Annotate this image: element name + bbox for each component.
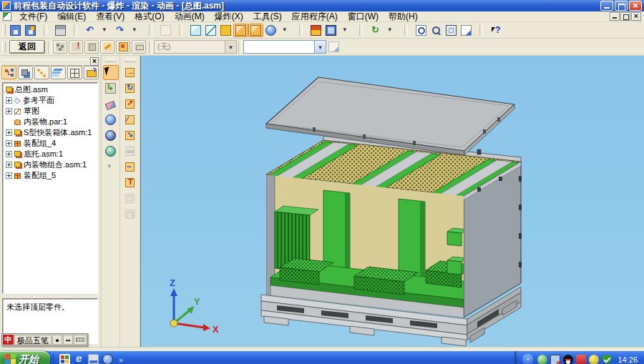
joint-icon[interactable] (122, 144, 138, 159)
animation-select[interactable] (243, 40, 326, 54)
explode-config-select[interactable]: (无) (154, 40, 237, 54)
window-tool2-icon[interactable] (122, 207, 138, 222)
security-center-icon[interactable] (576, 355, 586, 364)
links-tab[interactable] (34, 66, 49, 79)
redo-dropdown-caret[interactable] (128, 24, 143, 37)
context-help-icon[interactable] (489, 24, 504, 37)
restore-button[interactable] (615, 1, 628, 11)
ime-keyboard-icon[interactable] (74, 335, 87, 345)
layers-tab[interactable] (51, 66, 66, 79)
animation-mode-icon[interactable] (263, 24, 278, 37)
offset-part-icon[interactable] (122, 97, 138, 112)
draw-path-icon[interactable] (122, 112, 138, 127)
expand-icon[interactable] (6, 119, 12, 125)
antivirus-shield-icon[interactable] (602, 355, 612, 364)
annotate-icon[interactable] (122, 175, 138, 190)
copies-tab[interactable] (18, 66, 33, 79)
menu-item[interactable]: 查看(V) (91, 11, 130, 22)
qq-icon[interactable] (563, 355, 573, 364)
close-button[interactable] (629, 1, 642, 11)
expand-icon[interactable] (6, 108, 12, 114)
toolbar-grip[interactable] (2, 24, 6, 36)
tree-item[interactable]: 参考平面 (6, 95, 97, 106)
expand-icon[interactable] (6, 140, 12, 147)
updater-icon[interactable] (589, 355, 599, 364)
menu-item[interactable]: 工具(S) (248, 11, 287, 22)
undo-icon[interactable] (83, 24, 98, 37)
ime-name[interactable]: 极品五笔 (14, 335, 52, 345)
menu-item[interactable]: 帮助(H) (384, 11, 423, 22)
explode-settings-icon[interactable] (132, 40, 146, 54)
collapse-parts-icon[interactable] (84, 40, 99, 54)
tree-tab[interactable] (1, 66, 16, 79)
tree-item[interactable]: 内装物组合.asm:1 (6, 159, 97, 170)
expand-icon[interactable] (6, 97, 12, 104)
zoom-icon[interactable] (429, 24, 444, 37)
select-parts-icon[interactable] (218, 24, 233, 37)
dropdown-caret-icon[interactable] (225, 41, 236, 53)
save-icon[interactable] (8, 24, 23, 37)
shaded-view-icon[interactable] (188, 24, 203, 37)
ime-width-icon[interactable]: ▪▪ (63, 335, 73, 345)
minimize-button[interactable] (600, 1, 613, 11)
zoom-area-icon[interactable] (414, 24, 429, 37)
drop-part-icon[interactable] (122, 128, 138, 143)
panel-close-icon[interactable]: × (90, 57, 99, 66)
quick-launch-chevron-icon[interactable]: » (119, 355, 123, 364)
menu-item[interactable]: 窗口(W) (343, 11, 384, 22)
print-icon[interactable] (53, 24, 68, 37)
tree-item[interactable]: 总图.asm (6, 84, 97, 95)
refresh-icon[interactable] (369, 24, 384, 37)
tree-item[interactable]: 内装物.par:1 (6, 117, 97, 127)
sensors-tab[interactable] (67, 66, 82, 79)
menu-item[interactable]: 应用程序(A) (287, 11, 343, 22)
mdi-minimize-button[interactable] (610, 12, 620, 21)
undo-dropdown-caret[interactable] (98, 24, 113, 37)
internet-explorer-icon[interactable] (74, 354, 84, 364)
menu-item[interactable]: 格式(O) (130, 11, 169, 22)
environment-icon[interactable] (103, 144, 119, 159)
more-tools-caret[interactable] (103, 159, 119, 174)
rotate-part-icon[interactable] (122, 81, 138, 96)
info-tab[interactable] (84, 66, 99, 79)
wireframe-view-icon[interactable] (203, 24, 218, 37)
mdi-restore-button[interactable] (620, 12, 630, 21)
tree-item[interactable]: 底托.asm:1 (6, 149, 97, 159)
select-arrow-icon[interactable] (103, 65, 119, 80)
show-desktop-icon[interactable] (88, 354, 99, 364)
presentation-icon[interactable] (323, 24, 338, 37)
expand-icon[interactable] (6, 162, 12, 168)
named-views-icon[interactable] (459, 24, 474, 37)
tree-item[interactable]: 草图 (6, 106, 97, 117)
expand-icon[interactable] (6, 129, 12, 136)
path-curve-icon[interactable] (122, 159, 138, 174)
capture-image-button[interactable] (326, 40, 341, 54)
panel-grip[interactable] (2, 59, 89, 66)
palette-grip[interactable] (105, 59, 117, 62)
move-part-icon[interactable] (122, 65, 138, 80)
auto-explode-icon[interactable] (53, 40, 67, 54)
application-icon[interactable] (308, 24, 323, 37)
media-player-icon[interactable] (59, 354, 70, 364)
explode-order-icon[interactable] (116, 40, 130, 54)
menu-item[interactable]: 爆炸(X) (210, 11, 248, 22)
messenger-icon[interactable] (537, 355, 547, 364)
palette-grip[interactable] (125, 59, 136, 62)
render-mode-icon[interactable] (248, 24, 263, 37)
erase-icon[interactable] (103, 97, 119, 112)
activate-part-icon[interactable] (103, 81, 119, 96)
tree-item[interactable]: 装配组_4 (6, 138, 97, 149)
paste-icon[interactable] (158, 24, 173, 37)
redo-icon[interactable] (113, 24, 128, 37)
expand-icon[interactable] (6, 151, 12, 157)
presentation-dropdown-caret[interactable] (338, 24, 353, 37)
modify-explode-icon[interactable] (100, 40, 114, 54)
save-all-icon[interactable] (23, 24, 38, 37)
dropdown-caret-icon[interactable] (314, 41, 326, 53)
menu-item[interactable]: 动画(M) (170, 11, 210, 22)
ime-language-icon[interactable]: 中 (3, 335, 14, 345)
network-error-icon[interactable] (550, 355, 560, 364)
toolbar-grip[interactable] (2, 41, 6, 53)
expand-icon[interactable] (6, 172, 12, 179)
window-tool-icon[interactable] (122, 191, 138, 206)
